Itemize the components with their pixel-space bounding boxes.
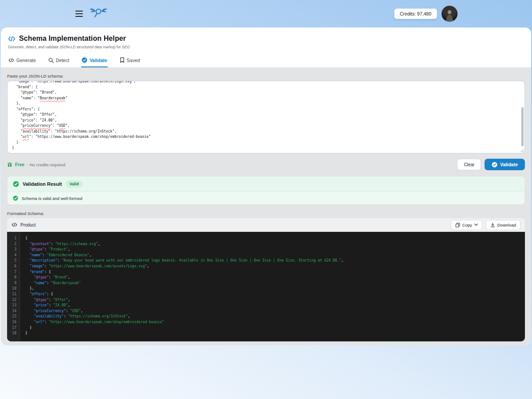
check-circle-icon bbox=[13, 181, 19, 187]
page-subtitle: Generate, detect, and validate JSON-LD s… bbox=[8, 45, 524, 49]
editor-line: } bbox=[12, 145, 520, 151]
resize-handle-icon[interactable] bbox=[520, 148, 524, 153]
code-line: }, bbox=[25, 286, 525, 292]
code-icon bbox=[8, 36, 16, 42]
code-line: "@type": "Brand", bbox=[25, 275, 525, 281]
code-line: "brand": { bbox=[25, 270, 525, 275]
editor-label: Paste your JSON-LD schema: bbox=[7, 74, 525, 78]
tab-label: Generate bbox=[16, 58, 36, 63]
free-indicator: Free - No credits required bbox=[7, 162, 65, 167]
line-number: 16 bbox=[7, 320, 16, 325]
bookmark-icon bbox=[120, 57, 125, 63]
code-line: "name": "Boarderspeak" bbox=[25, 281, 525, 286]
code-line: "@type": "Product", bbox=[25, 247, 525, 253]
line-number: 10 bbox=[7, 286, 16, 292]
validation-result-title: Validation Result bbox=[23, 181, 62, 187]
free-label: Free bbox=[15, 162, 24, 167]
line-number: 7 bbox=[7, 270, 16, 275]
code-line: "price": "24.00", bbox=[25, 303, 525, 309]
line-number: 11 bbox=[7, 292, 16, 297]
download-button[interactable]: Download bbox=[486, 220, 520, 230]
tab-bar: GenerateDetectValidateSaved bbox=[8, 55, 524, 67]
line-number: 2 bbox=[7, 242, 16, 247]
tab-validate[interactable]: Validate bbox=[81, 55, 108, 67]
validate-button[interactable]: Validate bbox=[485, 159, 525, 170]
tab-label: Detect bbox=[56, 58, 69, 63]
check-circle-icon bbox=[82, 57, 87, 63]
page-title: Schema Implementation Helper bbox=[19, 35, 126, 43]
free-note: - No credits required bbox=[27, 162, 65, 167]
code-line: "availability": "https://schema.org/InSt… bbox=[25, 314, 525, 320]
editor-line: "price": "24.00", bbox=[12, 118, 520, 124]
topbar-right: Credits: 97,480 bbox=[394, 6, 458, 22]
line-number: 18 bbox=[7, 331, 16, 336]
code-viewer: 123456789101112131415161718 { "@context"… bbox=[7, 232, 525, 341]
formatted-schema-label: Formatted Schema: bbox=[7, 211, 525, 216]
code-line: "description": "Keep your head warm with… bbox=[25, 258, 525, 264]
editor-scrollbar-thumb[interactable] bbox=[521, 107, 524, 146]
winged-magnifier-logo-icon bbox=[89, 7, 108, 19]
code-lines: { "@context": "https://schema.org", "@ty… bbox=[20, 232, 525, 341]
code-line: "@type": "Offer", bbox=[25, 297, 525, 303]
editor-line: "image": "https://www.boarderspeak.com/a… bbox=[12, 81, 520, 85]
valid-status-badge: Valid bbox=[66, 180, 83, 188]
line-number: 9 bbox=[7, 281, 16, 286]
line-number: 5 bbox=[7, 258, 16, 264]
line-number-gutter: 123456789101112131415161718 bbox=[7, 232, 20, 341]
user-avatar[interactable] bbox=[442, 6, 458, 22]
download-button-label: Download bbox=[497, 223, 516, 227]
code-line: "name": "Embroidered Beanie", bbox=[25, 253, 525, 258]
code-line: "priceCurrency": "USD", bbox=[25, 309, 525, 314]
chevron-down-icon bbox=[474, 223, 478, 226]
line-number: 15 bbox=[7, 314, 16, 320]
validation-message: Schema is valid and well-formed bbox=[22, 196, 82, 201]
validation-result-panel: Validation Result Valid Schema is valid … bbox=[7, 176, 525, 205]
tab-saved[interactable]: Saved bbox=[119, 55, 141, 67]
line-number: 4 bbox=[7, 253, 16, 258]
topbar-left bbox=[74, 7, 108, 21]
code-line: "image": "https://www.boarderspeak.com/a… bbox=[25, 264, 525, 270]
tab-detect[interactable]: Detect bbox=[48, 55, 70, 67]
copy-icon bbox=[455, 223, 460, 227]
editor-line: "@type": "Brand", bbox=[12, 90, 520, 96]
tab-generate[interactable]: Generate bbox=[8, 55, 36, 67]
editor-line: } bbox=[12, 140, 520, 146]
topbar: Credits: 97,480 bbox=[0, 0, 532, 27]
validation-result-header: Validation Result Valid bbox=[8, 176, 524, 192]
boarderspeak-logo[interactable] bbox=[89, 7, 108, 21]
code-line: } bbox=[25, 331, 525, 336]
code-card-header: Product Copy bbox=[7, 218, 525, 232]
editor-line: "url": "https://www.boarderspeak.com/sho… bbox=[12, 134, 520, 140]
main-content: Paste your JSON-LD schema: "image": "htt… bbox=[1, 67, 531, 345]
code-line: "@context": "https://schema.org", bbox=[25, 242, 525, 247]
validation-message-row: Schema is valid and well-formed bbox=[8, 192, 524, 204]
tab-label: Saved bbox=[127, 58, 140, 63]
line-number: 12 bbox=[7, 297, 16, 303]
credits-badge: Credits: 97,480 bbox=[394, 8, 437, 19]
editor-line: "brand": { bbox=[12, 85, 520, 90]
copy-button-label: Copy bbox=[462, 223, 472, 227]
copy-button[interactable]: Copy bbox=[451, 220, 482, 230]
gift-icon bbox=[7, 162, 12, 167]
line-number: 1 bbox=[7, 236, 16, 242]
line-number: 6 bbox=[7, 264, 16, 270]
schema-editor-content: "image": "https://www.boarderspeak.com/a… bbox=[8, 81, 524, 151]
editor-line: "name": "Boarderspeak" bbox=[12, 96, 520, 102]
code-icon bbox=[8, 58, 14, 63]
schema-editor[interactable]: "image": "https://www.boarderspeak.com/a… bbox=[7, 81, 525, 153]
actions-row: Free - No credits required Clear Validat… bbox=[7, 159, 525, 170]
editor-line: "@type": "Offer", bbox=[12, 112, 520, 118]
tab-label: Validate bbox=[90, 58, 107, 63]
code-line: "offers": { bbox=[25, 292, 525, 297]
download-icon bbox=[490, 223, 495, 227]
hamburger-menu-icon[interactable] bbox=[74, 10, 84, 18]
clear-button[interactable]: Clear bbox=[457, 159, 481, 170]
editor-line: }, bbox=[12, 101, 520, 107]
code-line: } bbox=[25, 325, 525, 331]
line-number: 8 bbox=[7, 275, 16, 281]
schema-type-label: Product bbox=[20, 223, 35, 227]
check-circle-icon bbox=[13, 196, 18, 201]
editor-line: "offers": { bbox=[12, 107, 520, 113]
line-number: 3 bbox=[7, 247, 16, 253]
editor-line: "availability": "https://schema.org/InSt… bbox=[12, 129, 520, 135]
